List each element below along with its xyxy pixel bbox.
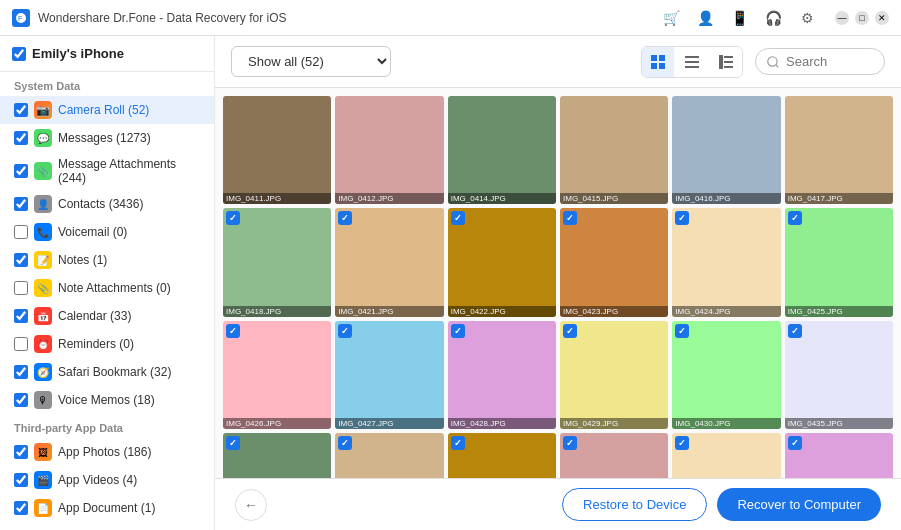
photo-label: IMG_0430.JPG <box>672 418 780 429</box>
restore-to-device-button[interactable]: Restore to Device <box>562 488 707 521</box>
photo-cell[interactable]: IMG_0433.JPG <box>672 433 780 478</box>
sidebar-item-app-document[interactable]: 📄 App Document (1) <box>0 494 214 522</box>
photo-cell[interactable]: IMG_0420.JPG <box>223 433 331 478</box>
voice-memos-icon: 🎙 <box>34 391 52 409</box>
photo-grid: IMG_0411.JPGIMG_0412.JPGIMG_0414.JPGIMG_… <box>223 96 893 478</box>
photo-cell[interactable]: IMG_0429.JPG <box>560 321 668 429</box>
attachments-icon: 📎 <box>34 162 52 180</box>
sidebar-item-voicemail[interactable]: 📞 Voicemail (0) <box>0 218 214 246</box>
photo-cell[interactable]: IMG_0431.JPG <box>785 433 893 478</box>
photo-cell[interactable]: IMG_0435.JPG <box>785 321 893 429</box>
sidebar-item-message-attachments[interactable]: 📎 Message Attachments (244) <box>0 152 214 190</box>
sidebar-item-app-videos[interactable]: 🎬 App Videos (4) <box>0 466 214 494</box>
sidebar-item-app-photos[interactable]: 🖼 App Photos (186) <box>0 438 214 466</box>
sidebar-item-reminders[interactable]: ⏰ Reminders (0) <box>0 330 214 358</box>
app-photos-label: App Photos (186) <box>58 445 200 459</box>
photo-cell[interactable]: IMG_0414.JPG <box>448 96 556 204</box>
sidebar-item-notes[interactable]: 📝 Notes (1) <box>0 246 214 274</box>
photo-cell[interactable]: IMG_0432.JPG <box>560 433 668 478</box>
photo-label: IMG_0422.JPG <box>448 306 556 317</box>
app-photos-icon: 🖼 <box>34 443 52 461</box>
sidebar-item-camera-roll[interactable]: 📷 Camera Roll (52) <box>0 96 214 124</box>
note-attachments-checkbox[interactable] <box>14 281 28 295</box>
notes-label: Notes (1) <box>58 253 200 267</box>
photo-cell[interactable]: IMG_0417.JPG <box>785 96 893 204</box>
safari-bookmark-checkbox[interactable] <box>14 365 28 379</box>
reminders-checkbox[interactable] <box>14 337 28 351</box>
device-icon[interactable]: 📱 <box>725 4 753 32</box>
sidebar-item-calendar[interactable]: 📅 Calendar (33) <box>0 302 214 330</box>
minimize-button[interactable]: — <box>835 11 849 25</box>
sidebar-item-note-attachments[interactable]: 📎 Note Attachments (0) <box>0 274 214 302</box>
notes-checkbox[interactable] <box>14 253 28 267</box>
photo-label: IMG_0416.JPG <box>672 193 780 204</box>
photo-checked-indicator <box>226 211 240 225</box>
app-photos-checkbox[interactable] <box>14 445 28 459</box>
photo-cell[interactable]: IMG_0430.JPG <box>672 321 780 429</box>
photo-cell[interactable]: IMG_0419.JPG <box>448 433 556 478</box>
sidebar-item-voice-memos[interactable]: 🎙 Voice Memos (18) <box>0 386 214 414</box>
photo-checked-indicator <box>563 211 577 225</box>
photo-cell[interactable]: IMG_0415.JPG <box>560 96 668 204</box>
voice-memos-checkbox[interactable] <box>14 393 28 407</box>
detail-view-button[interactable] <box>710 47 742 77</box>
filter-select[interactable]: Show all (52) <box>231 46 391 77</box>
app-title: Wondershare Dr.Fone - Data Recovery for … <box>38 11 649 25</box>
photo-cell[interactable]: IMG_0421.JPG <box>335 208 443 316</box>
photo-checked-indicator <box>675 324 689 338</box>
user-icon[interactable]: 👤 <box>691 4 719 32</box>
photo-cell[interactable]: IMG_0427.JPG <box>335 321 443 429</box>
search-input[interactable] <box>755 48 885 75</box>
photo-label: IMG_0415.JPG <box>560 193 668 204</box>
recover-to-computer-button[interactable]: Recover to Computer <box>717 488 881 521</box>
photo-label: IMG_0426.JPG <box>223 418 331 429</box>
settings-icon[interactable]: ⚙ <box>793 4 821 32</box>
headset-icon[interactable]: 🎧 <box>759 4 787 32</box>
app-videos-label: App Videos (4) <box>58 473 200 487</box>
sidebar-item-safari-bookmark[interactable]: 🧭 Safari Bookmark (32) <box>0 358 214 386</box>
photo-cell[interactable]: IMG_0434.JPG <box>335 433 443 478</box>
back-button[interactable]: ← <box>235 489 267 521</box>
photo-cell[interactable]: IMG_0424.JPG <box>672 208 780 316</box>
photo-cell[interactable]: IMG_0416.JPG <box>672 96 780 204</box>
calendar-checkbox[interactable] <box>14 309 28 323</box>
sidebar-item-contacts[interactable]: 👤 Contacts (3436) <box>0 190 214 218</box>
photo-label: IMG_0429.JPG <box>560 418 668 429</box>
messages-label: Messages (1273) <box>58 131 200 145</box>
photo-cell[interactable]: IMG_0423.JPG <box>560 208 668 316</box>
photo-cell[interactable]: IMG_0426.JPG <box>223 321 331 429</box>
close-button[interactable]: ✕ <box>875 11 889 25</box>
photo-cell[interactable]: IMG_0428.JPG <box>448 321 556 429</box>
photo-checked-indicator <box>563 324 577 338</box>
maximize-button[interactable]: □ <box>855 11 869 25</box>
grid-view-button[interactable] <box>642 47 674 77</box>
photo-label: IMG_0421.JPG <box>335 306 443 317</box>
voice-memos-label: Voice Memos (18) <box>58 393 200 407</box>
app-videos-checkbox[interactable] <box>14 473 28 487</box>
photo-checked-indicator <box>788 324 802 338</box>
list-view-button[interactable] <box>676 47 708 77</box>
sidebar-item-messages[interactable]: 💬 Messages (1273) <box>0 124 214 152</box>
photo-label: IMG_0412.JPG <box>335 193 443 204</box>
contacts-checkbox[interactable] <box>14 197 28 211</box>
photo-cell[interactable]: IMG_0411.JPG <box>223 96 331 204</box>
photo-grid-container[interactable]: IMG_0411.JPGIMG_0412.JPGIMG_0414.JPGIMG_… <box>215 88 901 478</box>
photo-cell[interactable]: IMG_0425.JPG <box>785 208 893 316</box>
app-document-checkbox[interactable] <box>14 501 28 515</box>
message-attachments-checkbox[interactable] <box>14 164 28 178</box>
device-name: Emily's iPhone <box>32 46 124 61</box>
cart-icon[interactable]: 🛒 <box>657 4 685 32</box>
camera-roll-checkbox[interactable] <box>14 103 28 117</box>
svg-rect-6 <box>685 56 699 58</box>
device-checkbox[interactable] <box>12 47 26 61</box>
photo-checked-indicator <box>338 436 352 450</box>
photo-cell[interactable]: IMG_0412.JPG <box>335 96 443 204</box>
voicemail-checkbox[interactable] <box>14 225 28 239</box>
svg-rect-3 <box>659 55 665 61</box>
photo-checked-indicator <box>675 436 689 450</box>
photo-cell[interactable]: IMG_0422.JPG <box>448 208 556 316</box>
photo-cell[interactable]: IMG_0418.JPG <box>223 208 331 316</box>
messages-checkbox[interactable] <box>14 131 28 145</box>
reminders-icon: ⏰ <box>34 335 52 353</box>
contacts-icon: 👤 <box>34 195 52 213</box>
